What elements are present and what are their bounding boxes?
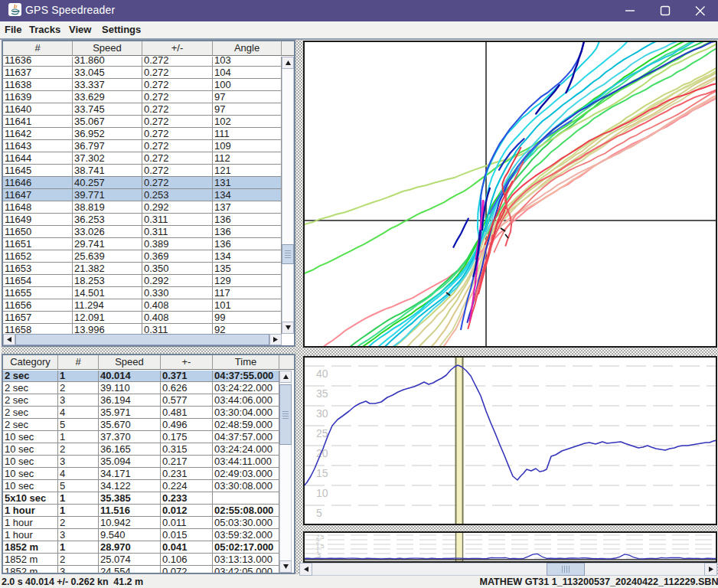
- svg-text:25: 25: [316, 427, 328, 439]
- svg-text:30: 30: [316, 407, 328, 420]
- svg-text:35: 35: [316, 387, 328, 400]
- svg-text:20: 20: [316, 447, 328, 459]
- svg-text:5: 5: [316, 507, 322, 519]
- svg-text:15: 15: [316, 467, 328, 479]
- svg-text:10: 10: [316, 487, 328, 499]
- svg-text:40: 40: [316, 368, 328, 380]
